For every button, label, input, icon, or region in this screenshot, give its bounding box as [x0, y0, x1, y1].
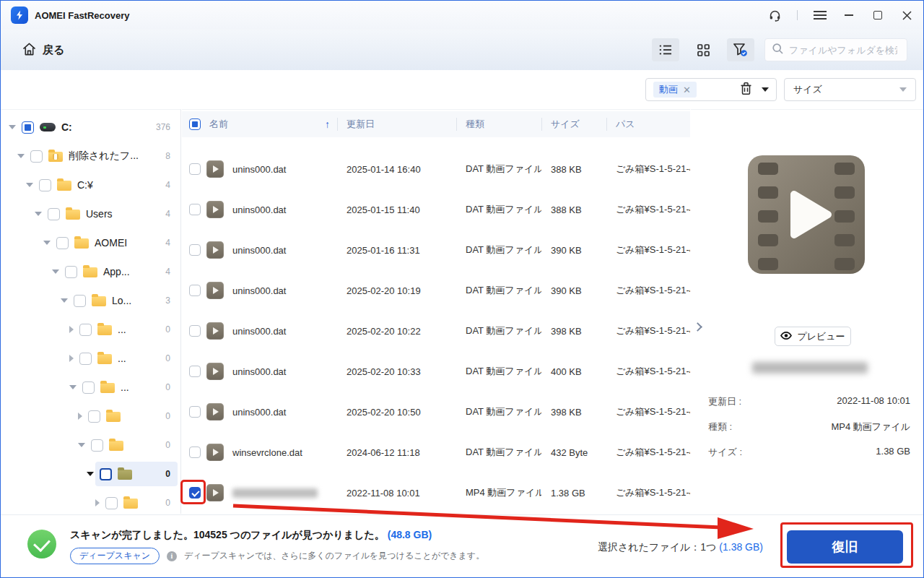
preview-button[interactable]: プレビュー [775, 327, 851, 346]
expander-icon[interactable] [69, 355, 74, 362]
checkbox[interactable] [65, 266, 77, 278]
checkbox[interactable] [74, 295, 86, 307]
table-row[interactable]: unins000.dat 2025-02-20 10:50 DAT 動画ファイル… [182, 392, 690, 432]
video-file-icon [206, 444, 224, 461]
checkbox[interactable] [82, 381, 95, 394]
checkbox[interactable] [48, 208, 60, 220]
expander-icon[interactable] [78, 443, 85, 447]
tree-item[interactable]: 0 [1, 402, 180, 431]
row-checkbox[interactable] [189, 285, 201, 296]
expander-icon[interactable] [87, 472, 94, 476]
deep-scan-hint: ディープスキャンでは、さらに多くのファイルを見つけることができます。 [184, 550, 484, 562]
tree-item[interactable]: ... 0 [1, 315, 180, 344]
folder-icon [66, 210, 80, 220]
tree-item-aomei[interactable]: AOMEI 4 [1, 228, 180, 257]
table-row-selected[interactable]: 2022-11-08 10:01 MP4 動画ファイル 1.38 GB ごみ箱¥… [182, 473, 690, 513]
row-checkbox[interactable] [189, 325, 201, 337]
tree-item[interactable]: 0 [1, 488, 180, 514]
recover-button[interactable]: 復旧 [787, 530, 903, 564]
tree-item-appdata[interactable]: App... 4 [1, 257, 180, 286]
tree-item[interactable]: ... 0 [1, 344, 180, 373]
expander-icon[interactable] [95, 499, 100, 506]
checkbox[interactable] [30, 150, 43, 163]
select-all-checkbox[interactable] [189, 118, 201, 130]
checkbox[interactable] [100, 468, 112, 480]
header-date[interactable]: 更新日 [337, 111, 456, 137]
detail-size: サイズ : 1.38 GB [708, 446, 910, 459]
checkbox[interactable] [105, 497, 118, 509]
tree-item[interactable]: ... 0 [1, 373, 180, 402]
row-checkbox[interactable] [189, 366, 201, 377]
checkbox[interactable] [22, 121, 34, 134]
back-button[interactable]: 戻る [22, 43, 64, 58]
support-headset-icon[interactable] [768, 9, 781, 22]
sort-ascending-icon[interactable]: ↑ [325, 118, 330, 130]
row-checkbox[interactable] [189, 406, 201, 418]
checkbox[interactable] [88, 410, 100, 423]
tree-item-deleted[interactable]: 削除されたフ... 8 [1, 142, 180, 171]
expander-icon[interactable] [78, 413, 82, 420]
video-thumbnail [746, 154, 866, 277]
active-filters-box[interactable]: 動画 ✕ [645, 78, 777, 101]
search-box[interactable] [764, 38, 907, 61]
filter-dropdown-caret-icon[interactable] [762, 87, 769, 92]
folder-icon [100, 383, 115, 393]
expander-icon[interactable] [52, 269, 59, 274]
checkbox[interactable] [39, 179, 51, 191]
search-input[interactable] [789, 45, 897, 56]
tree-item-selected[interactable]: 0 [1, 460, 180, 488]
table-row[interactable]: unins000.dat 2025-02-20 10:19 DAT 動画ファイル… [182, 270, 690, 311]
search-icon [772, 43, 783, 56]
maximize-button[interactable] [871, 9, 884, 22]
deep-scan-button[interactable]: ディープスキャン [70, 548, 160, 564]
menu-icon[interactable] [814, 9, 827, 22]
checkbox[interactable] [91, 439, 103, 452]
folder-icon [57, 181, 71, 191]
table-row[interactable]: unins000.dat 2025-01-15 11:40 DAT 動画ファイル… [182, 189, 690, 230]
filter-button[interactable] [727, 38, 754, 61]
expander-icon[interactable] [43, 241, 51, 245]
table-row[interactable]: unins000.dat 2025-02-20 10:33 DAT 動画ファイル… [182, 351, 690, 392]
expander-icon[interactable] [35, 212, 42, 216]
tree-item-local[interactable]: Lo... 3 [1, 286, 180, 315]
header-type[interactable]: 種類 [456, 111, 541, 137]
row-checkbox[interactable] [189, 447, 201, 458]
table-row[interactable]: unins000.dat 2025-01-14 16:40 DAT 動画ファイル… [182, 149, 690, 189]
home-icon [22, 43, 36, 58]
row-checkbox[interactable] [189, 244, 201, 256]
header-size[interactable]: サイズ [541, 111, 606, 137]
row-checkbox[interactable] [189, 163, 201, 175]
expander-icon[interactable] [69, 326, 74, 333]
checkbox[interactable] [56, 237, 69, 249]
checkbox[interactable] [79, 353, 92, 365]
table-row[interactable]: winsevrclone.dat 2024-06-12 11:18 DAT 動画… [182, 432, 690, 473]
panel-collapse-chevron-icon[interactable] [692, 322, 702, 332]
tree-item-c-root[interactable]: C:¥ 4 [1, 171, 180, 199]
remove-tag-icon[interactable]: ✕ [683, 85, 691, 95]
app-title: AOMEI FastRecovery [35, 10, 130, 21]
expander-icon[interactable] [69, 385, 77, 389]
tree-item-users[interactable]: Users 4 [1, 199, 180, 228]
list-view-button[interactable] [652, 38, 679, 61]
size-filter-dropdown[interactable]: サイズ [784, 78, 916, 101]
header-name[interactable]: 名前 ↑ [182, 111, 337, 137]
row-checkbox[interactable] [189, 204, 201, 215]
blurred-file-name [752, 362, 868, 374]
table-row[interactable]: unins000.dat 2025-02-20 10:22 DAT 動画ファイル… [182, 311, 690, 351]
row-checkbox-checked[interactable] [189, 487, 201, 499]
checkbox[interactable] [79, 324, 92, 336]
tree-item[interactable]: 0 [1, 431, 180, 460]
detail-type: 種類 : MP4 動画ファイル [708, 420, 910, 434]
clear-filters-trash-icon[interactable] [741, 82, 751, 97]
expander-icon[interactable] [61, 298, 68, 303]
tree-item-drive-c[interactable]: C: 376 [1, 113, 180, 142]
header-path[interactable]: パス [606, 111, 690, 137]
minimize-button[interactable] [842, 9, 855, 22]
expander-icon[interactable] [17, 154, 25, 158]
table-row[interactable]: unins000.dat 2025-01-16 11:31 DAT 動画ファイル… [182, 230, 690, 270]
grid-view-button[interactable] [689, 38, 717, 61]
expander-icon[interactable] [9, 125, 16, 129]
expander-icon[interactable] [26, 183, 33, 187]
close-button[interactable] [900, 9, 913, 22]
folder-icon [97, 325, 112, 335]
